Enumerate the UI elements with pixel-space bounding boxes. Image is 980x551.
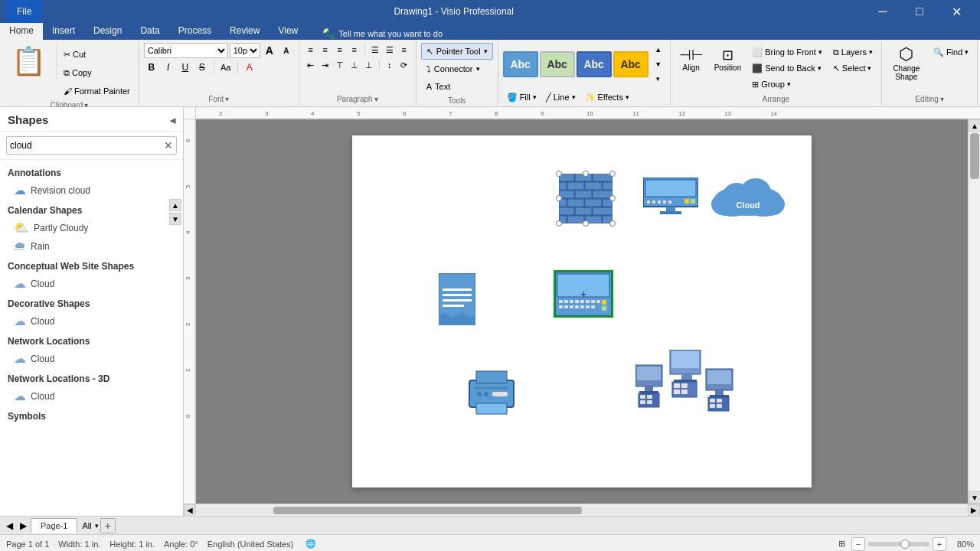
paragraph-expand-icon[interactable]: ▾ [374,95,378,103]
decorative-cloud-item[interactable]: ☁ Cloud [11,312,175,330]
handle-bl[interactable] [556,220,562,227]
handle-ml[interactable] [556,195,562,201]
font-grow-button[interactable]: A [262,43,277,58]
sidebar-scroll-up[interactable]: ▲ [169,199,181,211]
shape-styles-scroll-down[interactable]: ▼ [652,57,665,71]
layers-dropdown-icon[interactable]: ▾ [869,48,873,56]
scroll-thumb-h[interactable] [273,507,582,514]
scroll-left-arrow[interactable]: ◀ [184,504,196,517]
keyboard-shape-2[interactable]: + [555,272,612,316]
fill-button[interactable]: 🪣 Fill ▾ [503,89,541,106]
paste-button[interactable]: 📋 [5,43,53,80]
zoom-out-button[interactable]: − [851,537,865,551]
handle-br[interactable] [609,220,616,227]
shape-styles-expand[interactable]: ▾ [652,72,665,86]
keyboard-shape-1[interactable] [643,178,698,217]
list-button[interactable]: ≡ [397,43,411,57]
close-button[interactable]: ✕ [939,0,974,23]
pointer-dropdown-icon[interactable]: ▾ [484,47,488,55]
font-shrink-button[interactable]: A [279,43,294,58]
pages-right-arrow[interactable]: ▶ [17,520,29,532]
justify-button[interactable]: ≡ [348,43,361,57]
numbering-button[interactable]: ☰ [383,43,397,57]
rain-item[interactable]: 🌧 Rain [11,238,175,255]
connector-tool-button[interactable]: ⤵ Connector ▾ [421,60,493,77]
format-painter-button[interactable]: 🖌 Format Painter [60,83,134,99]
tab-process[interactable]: Process [169,23,220,40]
scroll-down-arrow[interactable]: ▼ [969,491,980,504]
bullets-button[interactable]: ☰ [368,43,382,57]
bring-to-front-button[interactable]: ⬜ Bring to Front ▾ [748,44,826,60]
minimize-button[interactable]: ─ [865,0,900,23]
bold-button[interactable]: B [144,60,159,75]
line-button[interactable]: ╱ Line ▾ [542,89,580,106]
revision-cloud-item[interactable]: ☁ Revision cloud [11,181,175,199]
all-pages-dropdown-icon[interactable]: ▾ [95,522,99,530]
handle-mr[interactable] [609,195,616,201]
valign-mid-button[interactable]: ⊥ [348,58,361,72]
valign-top-button[interactable]: ⊤ [333,58,347,72]
handle-tr[interactable] [609,171,616,177]
scroll-up-arrow[interactable]: ▲ [969,119,980,132]
font-name-select[interactable]: Calibri [144,43,228,58]
tab-insert[interactable]: Insert [43,23,84,40]
shape-style-4[interactable]: Abc [613,51,648,77]
network-cloud-item[interactable]: ☁ Cloud [11,350,175,367]
group-button[interactable]: ⊞ Group ▾ [748,77,826,92]
scroll-thumb-v[interactable] [970,133,979,179]
file-tab[interactable]: File [6,0,42,23]
shape-styles-scroll-up[interactable]: ▲ [652,43,665,57]
line-dropdown-icon[interactable]: ▾ [572,93,576,101]
zoom-slider[interactable] [868,542,929,546]
handle-tm[interactable] [583,171,589,177]
align-right-button[interactable]: ≡ [333,43,347,57]
cloud-shape[interactable]: Cloud [706,174,790,220]
decrease-indent-button[interactable]: ⇤ [304,58,318,72]
select-dropdown-icon[interactable]: ▾ [867,64,871,72]
tab-review[interactable]: Review [220,23,269,40]
tab-home[interactable]: Home [0,23,43,40]
send-to-back-button[interactable]: ⬛ Send to Back ▾ [748,60,826,76]
align-left-button[interactable]: ≡ [304,43,318,57]
maximize-button[interactable]: □ [902,0,937,23]
sidebar-collapse-icon[interactable]: ◂ [170,114,175,126]
align-button[interactable]: ⊣⊢ Align [675,43,707,75]
send-back-dropdown-icon[interactable]: ▾ [818,64,822,72]
network-3d-cloud-item[interactable]: ☁ Cloud [11,387,175,405]
tab-data[interactable]: Data [131,23,168,40]
add-page-button[interactable]: + [100,518,116,533]
font-case-button[interactable]: Aa [218,60,234,75]
select-button[interactable]: ↖ Select ▾ [829,60,877,76]
zoom-level[interactable]: 80% [949,540,974,549]
view-options-button[interactable]: ⊞ [835,539,848,549]
find-button[interactable]: 🔍 Find ▾ [929,44,972,60]
horizontal-scrollbar[interactable]: ◀ ▶ [184,504,980,516]
connector-dropdown-icon[interactable]: ▾ [476,65,480,73]
font-size-select[interactable]: 10pt. [230,43,260,58]
brick-shape[interactable] [559,174,612,223]
copy-button[interactable]: ⧉ Copy [60,64,134,81]
tab-view[interactable]: View [269,23,307,40]
printer-shape[interactable] [466,365,518,417]
scroll-right-arrow[interactable]: ▶ [968,504,980,517]
pointer-tool-button[interactable]: ↖ Pointer Tool ▾ [421,43,493,60]
canvas-content[interactable]: Cloud [196,119,968,504]
handle-bm[interactable] [583,220,589,227]
text-tool-button[interactable]: A Text [421,78,493,95]
conceptual-cloud-item[interactable]: ☁ Cloud [11,275,175,292]
group-dropdown-icon[interactable]: ▾ [787,80,791,88]
search-input[interactable] [10,140,164,151]
underline-button[interactable]: U [178,60,193,75]
zoom-in-button[interactable]: + [933,537,946,551]
all-pages-label[interactable]: All [82,521,91,530]
font-expand-icon[interactable]: ▾ [225,95,229,103]
editing-expand-icon[interactable]: ▾ [940,95,944,103]
align-center-button[interactable]: ≡ [318,43,332,57]
handle-tl[interactable] [556,171,562,177]
page-tab-1[interactable]: Page-1 [31,518,77,533]
position-button[interactable]: ⊡ Position [710,43,746,75]
tell-me-text[interactable]: Tell me what you want to do [338,29,443,38]
workgroup-shape[interactable] [635,350,735,429]
font-color-button[interactable]: A [242,60,257,75]
text-direction-button[interactable]: ⟳ [397,58,411,72]
